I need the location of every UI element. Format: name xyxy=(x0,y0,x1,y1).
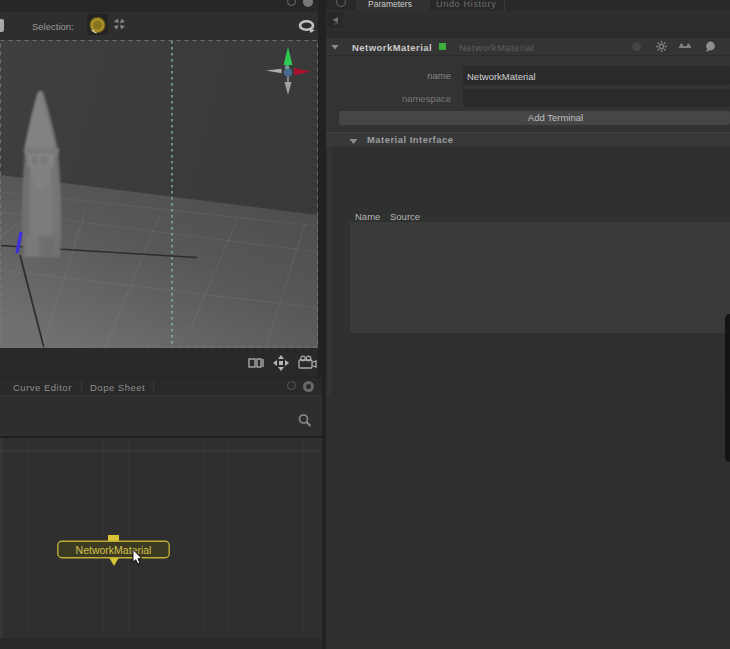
svg-text:NetworkMaterial: NetworkMaterial xyxy=(76,544,152,556)
